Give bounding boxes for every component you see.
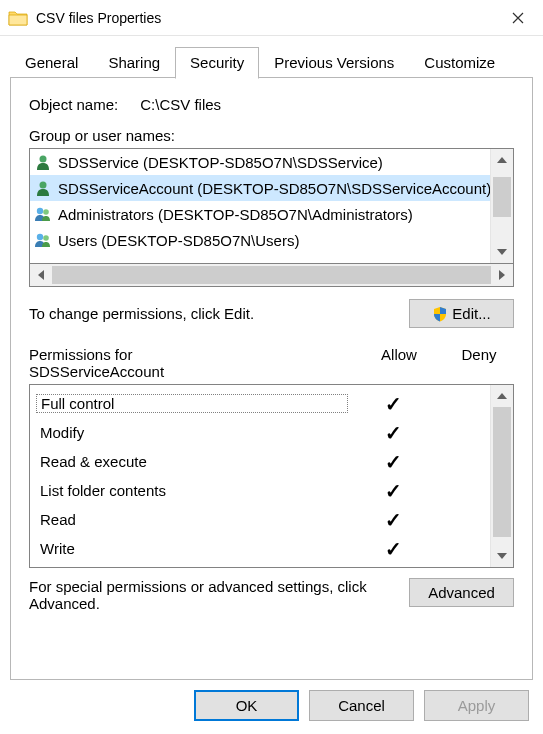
allow-column-header: Allow — [354, 346, 444, 380]
users-group-icon — [34, 231, 52, 249]
permission-row[interactable]: Modify✓ — [36, 418, 484, 447]
user-icon — [34, 179, 52, 197]
tab-sharing[interactable]: Sharing — [93, 47, 175, 79]
close-icon — [512, 12, 524, 24]
user-group-item[interactable]: Administrators (DESKTOP-SD85O7N\Administ… — [30, 201, 490, 227]
users-vertical-scrollbar[interactable] — [490, 149, 513, 263]
tab-strip: General Sharing Security Previous Versio… — [0, 36, 543, 78]
permission-row[interactable]: Write✓ — [36, 534, 484, 563]
svg-point-1 — [40, 182, 47, 189]
security-panel: Object name: C:\CSV files Group or user … — [10, 78, 533, 680]
scroll-down-icon[interactable] — [491, 545, 513, 567]
user-label: Administrators (DESKTOP-SD85O7N\Administ… — [58, 206, 413, 223]
allow-cell: ✓ — [348, 452, 438, 472]
permissions-listbox[interactable]: Full control✓Modify✓Read & execute✓List … — [29, 384, 514, 568]
scrollbar-thumb[interactable] — [493, 407, 511, 537]
object-name-label: Object name: — [29, 96, 118, 113]
check-icon: ✓ — [385, 509, 402, 531]
allow-cell: ✓ — [348, 510, 438, 530]
object-name-value: C:\CSV files — [140, 96, 221, 113]
permissions-for-label: Permissions for SDSServiceAccount — [29, 346, 354, 380]
scroll-down-icon[interactable] — [491, 241, 513, 263]
user-label: Users (DESKTOP-SD85O7N\Users) — [58, 232, 299, 249]
check-icon: ✓ — [385, 480, 402, 502]
dialog-buttons: OK Cancel Apply — [0, 690, 543, 734]
cancel-button[interactable]: Cancel — [309, 690, 414, 721]
scroll-up-icon[interactable] — [491, 149, 513, 171]
scroll-right-icon[interactable] — [491, 264, 513, 286]
folder-icon — [8, 10, 28, 26]
tab-general[interactable]: General — [10, 47, 93, 79]
users-listbox[interactable]: SDSService (DESKTOP-SD85O7N\SDSService)S… — [29, 148, 514, 264]
scrollbar-thumb[interactable] — [52, 266, 491, 284]
tab-security[interactable]: Security — [175, 47, 259, 79]
titlebar: CSV files Properties — [0, 0, 543, 36]
user-label: SDSService (DESKTOP-SD85O7N\SDSService) — [58, 154, 383, 171]
allow-cell: ✓ — [348, 394, 438, 414]
tab-customize[interactable]: Customize — [409, 47, 510, 79]
permissions-vertical-scrollbar[interactable] — [490, 385, 513, 567]
advanced-hint-label: For special permissions or advanced sett… — [29, 578, 397, 612]
check-icon: ✓ — [385, 451, 402, 473]
scroll-left-icon[interactable] — [30, 264, 52, 286]
allow-cell: ✓ — [348, 423, 438, 443]
scrollbar-thumb[interactable] — [493, 177, 511, 217]
permission-row[interactable]: List folder contents✓ — [36, 476, 484, 505]
user-item[interactable]: SDSServiceAccount (DESKTOP-SD85O7N\SDSSe… — [30, 175, 490, 201]
svg-point-4 — [37, 234, 43, 240]
user-group-item[interactable]: Users (DESKTOP-SD85O7N\Users) — [30, 227, 490, 253]
user-label: SDSServiceAccount (DESKTOP-SD85O7N\SDSSe… — [58, 180, 490, 197]
permission-name: Write — [36, 540, 348, 557]
shield-icon — [432, 306, 448, 322]
window-title: CSV files Properties — [36, 10, 497, 26]
svg-point-3 — [43, 209, 49, 215]
permission-name: Full control — [36, 394, 348, 413]
apply-button[interactable]: Apply — [424, 690, 529, 721]
permission-row[interactable]: Full control✓ — [36, 389, 484, 418]
deny-column-header: Deny — [444, 346, 514, 380]
advanced-button[interactable]: Advanced — [409, 578, 514, 607]
permission-name: Read & execute — [36, 453, 348, 470]
allow-cell: ✓ — [348, 481, 438, 501]
check-icon: ✓ — [385, 393, 402, 415]
group-label: Group or user names: — [29, 127, 514, 144]
allow-cell: ✓ — [348, 539, 438, 559]
tab-previous-versions[interactable]: Previous Versions — [259, 47, 409, 79]
permission-row[interactable]: Read✓ — [36, 505, 484, 534]
permission-name: List folder contents — [36, 482, 348, 499]
svg-point-5 — [43, 235, 49, 241]
check-icon: ✓ — [385, 538, 402, 560]
svg-point-0 — [40, 156, 47, 163]
scroll-up-icon[interactable] — [491, 385, 513, 407]
edit-hint-label: To change permissions, click Edit. — [29, 305, 409, 322]
svg-point-2 — [37, 208, 43, 214]
users-horizontal-scrollbar[interactable] — [29, 264, 514, 287]
users-group-icon — [34, 205, 52, 223]
permission-name: Read — [36, 511, 348, 528]
edit-button[interactable]: Edit... — [409, 299, 514, 328]
ok-button[interactable]: OK — [194, 690, 299, 721]
user-icon — [34, 153, 52, 171]
permission-name: Modify — [36, 424, 348, 441]
close-button[interactable] — [497, 3, 539, 33]
user-item[interactable]: SDSService (DESKTOP-SD85O7N\SDSService) — [30, 149, 490, 175]
permission-row[interactable]: Read & execute✓ — [36, 447, 484, 476]
check-icon: ✓ — [385, 422, 402, 444]
